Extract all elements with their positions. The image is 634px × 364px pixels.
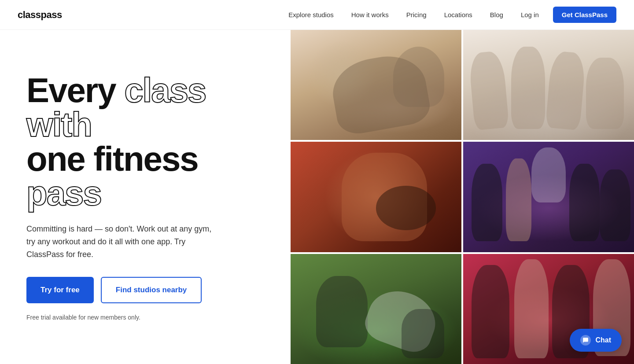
nav-blog[interactable]: Blog xyxy=(483,7,510,22)
hero-disclaimer: Free trial available for new members onl… xyxy=(26,314,264,321)
logo[interactable]: classpass xyxy=(18,9,62,21)
hero-section: Every class with one fitness pass Commit… xyxy=(0,30,291,364)
main-nav: Explore studios How it works Pricing Loc… xyxy=(281,7,616,23)
chat-icon xyxy=(580,335,591,346)
nav-locations[interactable]: Locations xyxy=(437,7,479,22)
nav-get-classpass-button[interactable]: Get ClassPass xyxy=(553,7,616,23)
image-yoga xyxy=(463,30,634,140)
chat-label: Chat xyxy=(595,336,611,344)
image-pilates xyxy=(291,30,461,140)
image-spin-class xyxy=(463,142,634,252)
nav-login-button[interactable]: Log in xyxy=(514,7,546,22)
chat-bubble-icon xyxy=(582,337,589,343)
chat-button[interactable]: Chat xyxy=(570,329,622,352)
hero-buttons: Try for free Find studios nearby xyxy=(26,277,264,303)
image-outdoor-training xyxy=(291,254,461,364)
hero-subtitle: Committing is hard — so don't. Work out … xyxy=(26,223,220,261)
hero-title-part2: one fitness xyxy=(26,140,198,178)
nav-how-it-works[interactable]: How it works xyxy=(344,7,396,22)
header: classpass Explore studios How it works P… xyxy=(0,0,634,30)
nav-pricing[interactable]: Pricing xyxy=(399,7,434,22)
hero-title: Every class with one fitness pass xyxy=(26,73,264,210)
nav-explore-studios[interactable]: Explore studios xyxy=(281,7,341,22)
try-for-free-button[interactable]: Try for free xyxy=(26,277,94,303)
find-studios-button[interactable]: Find studios nearby xyxy=(101,277,202,303)
hero-image-grid xyxy=(291,30,634,364)
image-boxing xyxy=(291,142,461,252)
hero-title-part1: Every xyxy=(26,71,124,110)
main-content: Every class with one fitness pass Commit… xyxy=(0,0,634,364)
hero-title-outline2: pass xyxy=(26,174,101,213)
